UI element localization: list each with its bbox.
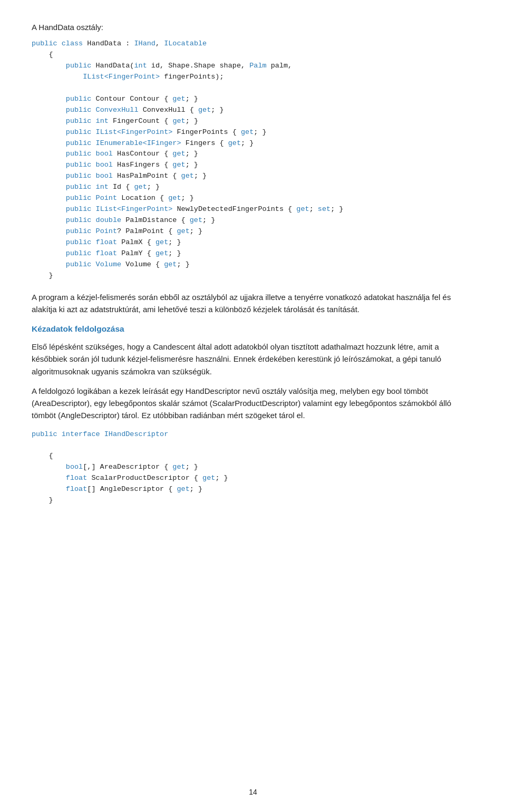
- paragraph1: A program a kézjel-felismerés során ebbő…: [32, 291, 474, 316]
- page-number: 14: [249, 788, 257, 796]
- intro-label: A HandData osztály:: [32, 21, 474, 33]
- paragraph2: Első lépésként szükséges, hogy a Candesc…: [32, 341, 474, 378]
- handdata-class-code: public class HandData : IHand, ILocatabl…: [32, 38, 474, 281]
- section-heading: Kézadatok feldolgozása: [32, 323, 474, 335]
- paragraph3: A feldolgozó logikában a kezek leírását …: [32, 385, 474, 422]
- ihanddescriptor-interface-code: public interface IHandDescriptor { bool[…: [32, 429, 474, 506]
